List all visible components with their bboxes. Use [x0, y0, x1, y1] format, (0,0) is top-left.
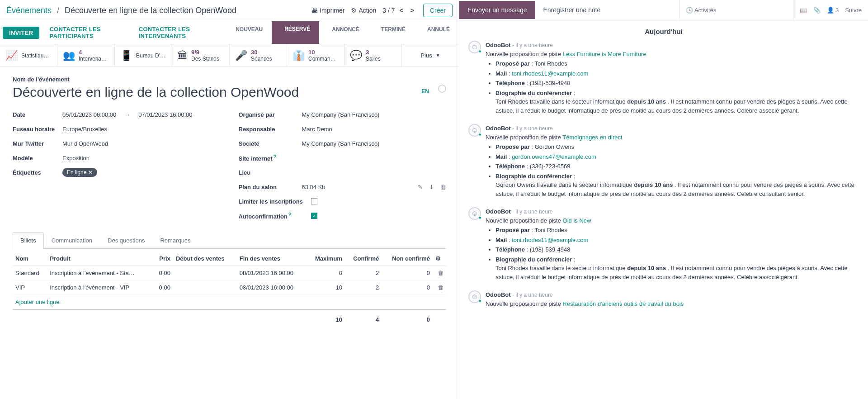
tag-online[interactable]: En ligne✕ [62, 168, 97, 177]
col-name[interactable]: Nom [13, 252, 47, 266]
stage-announced[interactable]: ANNONCÉ [319, 21, 368, 44]
table-row[interactable]: Standard Inscription à l'événement - Sta… [13, 266, 446, 280]
cell-price[interactable]: 0,00 [153, 266, 173, 280]
stat-registrations[interactable]: 📈 Statistiques D'inscripti… [0, 44, 57, 66]
autoconfirm-checkbox[interactable]: ✓ [311, 213, 317, 219]
stat-sessions[interactable]: 🎤 30Séances [230, 44, 287, 66]
col-max[interactable]: Maximum [307, 252, 345, 266]
cell-confirmed[interactable]: 2 [345, 266, 382, 280]
nb-tab-communication[interactable]: Communication [44, 232, 100, 248]
add-line[interactable]: Ajouter une ligne [15, 299, 60, 305]
download-icon[interactable]: ⬇ [429, 184, 434, 190]
col-start[interactable]: Début des ventes [173, 252, 237, 266]
stat-speakers[interactable]: 👥 4Intervena… [57, 44, 115, 66]
tie-icon: 👔 [292, 50, 305, 62]
tab-invite[interactable]: INVITER [3, 27, 39, 39]
help-icon[interactable]: ? [274, 154, 277, 159]
log-note-tab[interactable]: Enregistrer une note [535, 1, 609, 19]
activities-button[interactable]: 🕓Activités [686, 7, 716, 14]
col-confirmed[interactable]: Confirmé [345, 252, 382, 266]
stage-booked[interactable]: RÉSERVÉ [272, 21, 319, 44]
book-icon[interactable]: 📖 [800, 7, 807, 14]
cell-max[interactable]: 10 [307, 280, 345, 295]
stat-more[interactable]: Plus ▼ [402, 44, 459, 66]
model-value[interactable]: Exposition [62, 155, 90, 162]
stage-indicator-icon[interactable] [438, 85, 446, 93]
cell-end[interactable]: 08/01/2023 16:00:00 [237, 266, 307, 280]
stat-rooms[interactable]: 💬 3Salles [344, 44, 402, 66]
chatter-body: Aujourd'hui ☺ OdooBot - il y a une heure… [459, 20, 868, 399]
col-price[interactable]: Prix [153, 252, 173, 266]
mail-link[interactable]: gordon.owens47@example.com [512, 153, 596, 160]
responsible-value[interactable]: Marc Demo [302, 126, 332, 133]
stage-cancelled[interactable]: ANNULÉ [415, 21, 459, 44]
nb-tab-questions[interactable]: Des questions [100, 232, 152, 248]
cell-unconf[interactable]: 0 [382, 266, 433, 280]
stat-orders[interactable]: 👔 10Command… [287, 44, 344, 66]
twitter-value[interactable]: Mur d'OpenWood [62, 140, 108, 147]
cell-name[interactable]: VIP [13, 280, 47, 295]
col-product[interactable]: Produit [47, 252, 153, 266]
attachment-icon[interactable]: 📎 [813, 7, 821, 14]
cell-confirmed[interactable]: 2 [345, 280, 382, 295]
msg-time: - il y a une heure [512, 209, 552, 215]
chatter-date-header: Aujourd'hui [468, 28, 859, 35]
lead-link[interactable]: Less Furniture is More Furniture [563, 51, 646, 57]
cell-price[interactable]: 0,00 [153, 280, 173, 295]
event-title[interactable]: Découverte en ligne de la collection Ope… [13, 85, 412, 100]
col-end[interactable]: Fin des ventes [237, 252, 307, 266]
followers-button[interactable]: 👤3 [827, 7, 839, 14]
pager-prev[interactable]: < [397, 6, 406, 15]
date-start[interactable]: 05/01/2023 06:00:00 [62, 111, 116, 118]
lead-link[interactable]: Restauration d'anciens outils de travail… [563, 300, 684, 307]
col-unconfirmed[interactable]: Non confirmé [382, 252, 433, 266]
cell-name[interactable]: Standard [13, 266, 47, 280]
stat-registrations-label: Statistiques D'inscripti… [21, 52, 52, 59]
cell-start[interactable] [173, 266, 237, 280]
mail-link[interactable]: toni.rhodes11@example.com [512, 237, 588, 243]
lang-badge[interactable]: EN [421, 85, 429, 95]
trash-icon[interactable]: 🗑 [438, 270, 443, 276]
stage-finished[interactable]: TERMINÉ [368, 21, 415, 44]
trash-icon[interactable]: 🗑 [438, 284, 443, 291]
cell-start[interactable] [173, 280, 237, 295]
tab-contact-speakers[interactable]: CONTACTER LES INTERVENANTS [132, 21, 223, 44]
create-button[interactable]: Créer [423, 4, 453, 17]
cell-end[interactable]: 08/01/2023 16:00:00 [237, 280, 307, 295]
date-end[interactable]: 07/01/2023 16:00:00 [138, 111, 192, 118]
cell-max[interactable]: 0 [307, 266, 345, 280]
floorplan-size: 63.84 Kb [302, 184, 326, 190]
settings-icon[interactable]: ⚙ [435, 255, 441, 262]
nb-tab-notes[interactable]: Remarques [152, 232, 198, 248]
help-icon[interactable]: ? [288, 212, 292, 217]
cell-unconf[interactable]: 0 [382, 280, 433, 295]
print-button[interactable]: 🖶 Imprimer [311, 7, 344, 14]
stat-desk[interactable]: 📱 Bureau D'inscripti… [115, 44, 172, 66]
organizer-value[interactable]: My Company (San Francisco) [302, 111, 380, 118]
send-message-tab[interactable]: Envoyer un message [459, 1, 535, 19]
stage-new[interactable]: NOUVEAU [223, 21, 272, 44]
breadcrumb-sep: / [57, 6, 59, 15]
stat-booths[interactable]: 🏛 9/9Des Stands [172, 44, 230, 66]
edit-icon[interactable]: ✎ [418, 184, 423, 190]
table-row[interactable]: VIP Inscription à l'événement - VIP 0,00… [13, 280, 446, 295]
cell-product[interactable]: Inscription à l'événement - Sta… [47, 266, 153, 280]
tab-contact-participants[interactable]: CONTACTER LES PARTICIPANTS [42, 21, 131, 44]
nb-tab-tickets[interactable]: Billets [13, 232, 44, 249]
pager-next[interactable]: > [408, 6, 417, 15]
label-organizer: Organisé par [239, 111, 302, 118]
limit-checkbox[interactable] [311, 198, 317, 204]
trash-icon[interactable]: 🗑 [440, 184, 446, 190]
lead-link[interactable]: Old is New [563, 217, 591, 224]
company-value[interactable]: My Company (San Francisco) [302, 140, 380, 147]
action-button[interactable]: ⚙ Action [351, 7, 376, 14]
tag-remove-icon[interactable]: ✕ [88, 169, 93, 176]
list-item: Proposé par : Toni Rhodes [495, 226, 859, 235]
cell-product[interactable]: Inscription à l'événement - VIP [47, 280, 153, 295]
timezone-value[interactable]: Europe/Bruxelles [62, 126, 107, 133]
label-limit: Limiter les inscriptions [239, 198, 311, 205]
lead-link[interactable]: Témoignages en direct [562, 134, 622, 141]
follow-button[interactable]: Suivre [845, 7, 862, 14]
mail-link[interactable]: toni.rhodes11@example.com [512, 70, 588, 77]
breadcrumb-root[interactable]: Événements [6, 6, 52, 15]
